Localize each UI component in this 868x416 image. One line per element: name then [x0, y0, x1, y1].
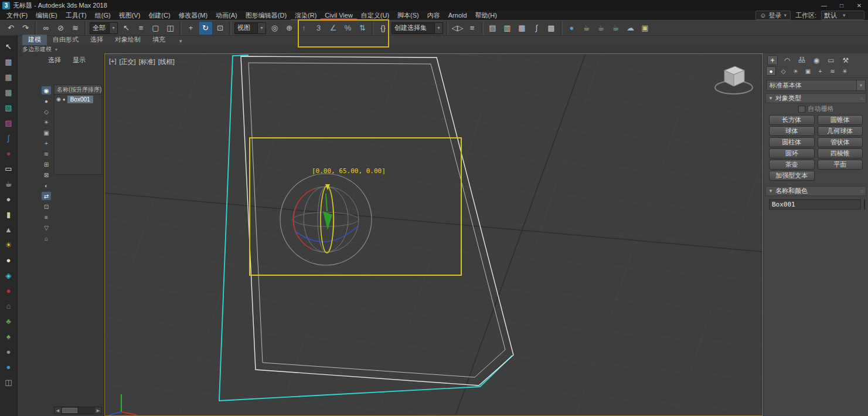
space-warps-category[interactable]: ≋ — [828, 66, 838, 76]
menu-rendering[interactable]: 渲染(R) — [291, 11, 321, 21]
named-selection-sets-dropdown[interactable]: 创建选择集 ▾ — [392, 22, 443, 34]
object-color-dot-icon[interactable]: ● — [63, 97, 66, 102]
ribbon-tab-selection[interactable]: 选择 — [84, 35, 109, 45]
scrollbar-thumb[interactable] — [62, 408, 77, 413]
window-object-icon[interactable]: ◫ — [2, 376, 15, 388]
explorer-display-menu[interactable]: 显示 — [73, 56, 86, 65]
select-and-scale-button[interactable]: ⊡ — [213, 21, 227, 35]
bind-to-space-warp-button[interactable]: ≋ — [69, 21, 83, 35]
tree-icon[interactable]: ♠ — [2, 330, 15, 343]
display-geometry-icon[interactable]: ● — [41, 96, 52, 106]
layered-material-icon[interactable]: ◈ — [2, 269, 15, 282]
furniture-icon[interactable]: ⌂ — [2, 300, 15, 312]
utilities-tab[interactable]: ⚒ — [840, 55, 851, 65]
render-in-cloud-button[interactable]: ☁ — [624, 21, 638, 35]
rock-icon[interactable]: ● — [2, 346, 15, 358]
name-column-header[interactable]: 名称(按升序排序) — [55, 85, 101, 94]
geosphere-primitive-icon[interactable]: ● — [2, 254, 15, 266]
select-and-move-button[interactable]: + — [184, 21, 198, 35]
rendered-frame-window-button[interactable]: ☕ — [594, 21, 608, 35]
object-type-rollout-header[interactable]: ▼ 对象类型 ≡ — [765, 93, 866, 103]
box-button[interactable]: 长方体 — [769, 115, 815, 125]
schematic-view-button[interactable]: ▩ — [544, 21, 559, 35]
mirror-button[interactable]: ◁▷ — [451, 21, 465, 35]
red-material-ball-icon[interactable]: ● — [2, 285, 15, 297]
sphere-button[interactable]: 球体 — [769, 126, 815, 136]
minimize-button[interactable]: — — [815, 0, 833, 11]
layer-explorer-table-icon[interactable]: ▦ — [2, 71, 15, 83]
percent-snap-toggle-button[interactable]: % — [341, 21, 355, 35]
spinner-snap-toggle-button[interactable]: ⇅ — [356, 21, 370, 35]
angle-snap-toggle-button[interactable]: ∠ — [326, 21, 341, 35]
name-color-rollout-header[interactable]: ▼ 名称和颜色 ≡ — [765, 186, 866, 196]
shapes-category[interactable]: ◇ — [778, 66, 788, 76]
object-color-swatch[interactable] — [864, 199, 865, 209]
dark-material-icon[interactable]: ● — [2, 147, 15, 160]
sync-selection-icon[interactable]: ⇄ — [41, 191, 52, 201]
display-xrefs-icon[interactable]: ⊠ — [41, 170, 52, 180]
workspace-dropdown[interactable]: 默认 ▾ — [821, 11, 864, 20]
teapot-primitive-icon[interactable]: ☕ — [2, 178, 15, 190]
explorer-select-menu[interactable]: 选择 — [48, 56, 61, 65]
align-button[interactable]: ≡ — [465, 21, 479, 35]
plane-button[interactable]: 平面 — [818, 160, 863, 170]
viewport-shading-menu[interactable]: [线框] — [158, 58, 175, 66]
select-and-link-button[interactable]: ∞ — [39, 21, 53, 35]
cone-primitive-icon[interactable]: ▲ — [2, 224, 15, 236]
sort-icon[interactable]: ≡ — [41, 212, 52, 222]
menu-tools[interactable]: 工具(T) — [62, 11, 91, 21]
viewport-canvas-icon[interactable]: ▧ — [2, 102, 15, 114]
scroll-right-arrow-icon[interactable]: ▶ — [95, 407, 101, 414]
geosphere-button[interactable]: 几何球体 — [818, 126, 863, 136]
scene-explorer-table-icon[interactable]: ▦ — [2, 56, 15, 68]
ribbon-toggle-button[interactable]: ▦ — [515, 21, 529, 35]
menu-group[interactable]: 组(G) — [91, 11, 115, 21]
scene-object-row[interactable]: ◉ ● Box001 — [55, 94, 101, 104]
selection-filter-dropdown[interactable]: 全部 ▾ — [90, 22, 118, 34]
ribbon-tab-freeform[interactable]: 自由形式 — [47, 35, 84, 45]
cameras-category[interactable]: ▣ — [803, 66, 813, 76]
object-name-field[interactable] — [769, 199, 861, 209]
cylinder-button[interactable]: 圆柱体 — [769, 137, 815, 147]
menu-civil-view[interactable]: Civil View — [321, 11, 356, 19]
sphere-primitive-icon[interactable]: ● — [2, 193, 15, 205]
helpers-category[interactable]: + — [815, 66, 825, 76]
undo-button[interactable]: ↶ — [4, 21, 18, 35]
hierarchy-tab[interactable]: 品 — [796, 55, 807, 65]
display-space-warps-icon[interactable]: ≋ — [41, 149, 52, 158]
select-and-manipulate-button[interactable]: ⊕ — [282, 21, 297, 35]
select-and-rotate-button[interactable]: ↻ — [199, 21, 213, 35]
reference-coordinate-dropdown[interactable]: 视图 ▾ — [234, 22, 266, 34]
cylinder-primitive-icon[interactable]: ▮ — [2, 208, 15, 221]
lights-category[interactable]: ☀ — [791, 66, 801, 76]
autogrid-checkbox[interactable] — [798, 106, 805, 113]
scrollbar-track[interactable] — [61, 407, 95, 414]
select-by-name-button[interactable]: ≡ — [134, 21, 148, 35]
motion-tab[interactable]: ◉ — [811, 55, 822, 65]
cone-button[interactable]: 圆锥体 — [818, 115, 863, 125]
curve-tool-icon[interactable]: ∫ — [2, 132, 15, 144]
folder-icon[interactable]: ⌂ — [41, 234, 52, 243]
layer-explorer-toggle-button[interactable]: ▥ — [501, 21, 515, 35]
plane-primitive-icon[interactable]: ▭ — [2, 163, 15, 175]
display-lights-icon[interactable]: ☀ — [41, 117, 52, 127]
textplus-button[interactable]: 加强型文本 — [769, 171, 815, 181]
ribbon-minimize-icon[interactable]: ▾ — [177, 37, 185, 45]
render-production-button[interactable]: ☕ — [609, 21, 623, 35]
viewport[interactable]: [+] [正交] [标准] [线框] — [104, 53, 763, 416]
polygon-modeling-panel-label[interactable]: 多边形建模 — [22, 45, 52, 53]
modify-tab[interactable]: ◠ — [782, 55, 792, 65]
menu-edit[interactable]: 编辑(E) — [32, 11, 62, 21]
snap-toggle-3d-button[interactable]: 3 — [312, 21, 326, 35]
foliage-icon[interactable]: ♣ — [2, 315, 15, 327]
window-crossing-toggle[interactable]: ◫ — [164, 21, 178, 35]
display-cameras-icon[interactable]: ▣ — [41, 128, 52, 137]
display-helpers-icon[interactable]: + — [41, 138, 52, 148]
menu-create[interactable]: 创建(C) — [144, 11, 174, 21]
viewport-general-menu[interactable]: [+] — [109, 58, 117, 66]
display-tab[interactable]: ▭ — [826, 55, 836, 65]
select-and-place-button[interactable]: ↑ — [297, 21, 311, 35]
ribbon-tab-object-paint[interactable]: 对象绘制 — [109, 35, 147, 45]
menu-views[interactable]: 视图(V) — [115, 11, 145, 21]
curve-editor-button[interactable]: ∫ — [530, 21, 544, 35]
